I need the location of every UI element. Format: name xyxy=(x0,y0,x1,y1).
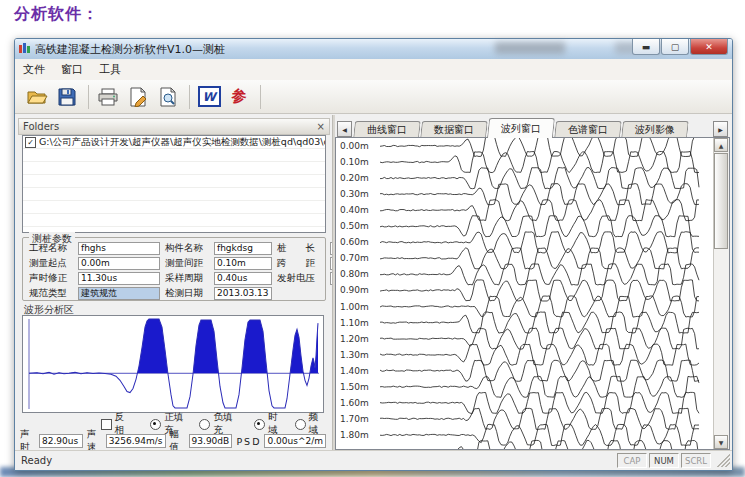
window-title: 高铁建混凝土检测分析软件V1.0—测桩 xyxy=(35,42,225,57)
export-button[interactable] xyxy=(124,84,152,110)
wavelist-trace xyxy=(380,264,699,285)
page-title: 分析软件： xyxy=(14,4,99,25)
param-value[interactable]: 建筑规范 xyxy=(78,287,160,300)
depth-label: 1.20m xyxy=(340,334,376,344)
waveform-positive-fill xyxy=(29,319,318,408)
print-preview-icon xyxy=(158,87,178,107)
wavelist-trace xyxy=(380,138,699,157)
depth-label: 0.60m xyxy=(340,237,376,247)
param-label: 桩 长 xyxy=(277,242,325,255)
toolbar-separator xyxy=(260,85,261,109)
folder-list[interactable]: ✓ G:\公司产品设计开发\超声仪器\超声仪实地检测数据\测桩qd\qd03\q… xyxy=(22,135,326,233)
resize-grip[interactable] xyxy=(717,454,730,467)
minimize-button[interactable]: ▬ xyxy=(632,39,660,55)
scroll-thumb[interactable] xyxy=(714,153,728,249)
psd-value[interactable]: 0.00us^2/m xyxy=(264,434,326,448)
menu-window[interactable]: 窗口 xyxy=(53,60,91,79)
pile-params-group: 测桩参数 工程名称fhghs构件名称fhgkdsg桩 长0.00m测量起点0.0… xyxy=(22,237,326,301)
depth-label: 1.40m xyxy=(340,366,376,376)
toolbar: W 参 xyxy=(15,80,732,114)
scroll-down-icon[interactable]: ▼ xyxy=(714,435,728,449)
depth-label: 0.10m xyxy=(340,157,376,167)
save-button[interactable] xyxy=(53,84,81,110)
param-value[interactable]: 2013.03.13 xyxy=(214,287,272,300)
folder-item[interactable]: ✓ G:\公司产品设计开发\超声仪器\超声仪实地检测数据\测桩qd\qd03\q… xyxy=(23,136,325,149)
app-window: 高铁建混凝土检测分析软件V1.0—测桩 ▬ ▢ ✕ 文件 窗口 工具 xyxy=(14,38,733,471)
folder-path: G:\公司产品设计开发\超声仪器\超声仪实地检测数据\测桩qd\qd03\qd0… xyxy=(39,136,325,149)
param-value[interactable]: 0.10m xyxy=(214,257,272,270)
left-panel: Folders × ✓ G:\公司产品设计开发\超声仪器\超声仪实地检测数据\测… xyxy=(18,115,332,450)
wavelist-trace xyxy=(380,360,699,381)
right-panel: ◀ 曲线窗口 数据窗口 波列窗口 色谱窗口 波列影像 ▶ 0.00m0.10m0… xyxy=(335,115,730,450)
word-export-button[interactable]: W xyxy=(195,84,223,110)
vertical-scrollbar[interactable]: ▲ ▼ xyxy=(713,138,729,449)
menu-file[interactable]: 文件 xyxy=(15,60,53,79)
folders-close-icon[interactable]: × xyxy=(317,121,325,132)
status-bar: Ready CAP NUM SCRL xyxy=(15,450,732,470)
depth-label: 0.90m xyxy=(340,285,376,295)
tab-wavelist-image[interactable]: 波列影像 xyxy=(621,121,689,138)
cap-indicator: CAP xyxy=(617,453,647,468)
depth-label: 1.70m xyxy=(340,414,376,424)
param-value[interactable]: fhghs xyxy=(78,242,160,255)
folders-title: Folders xyxy=(23,121,59,132)
depth-label: 0.30m xyxy=(340,189,376,199)
scrl-indicator: SCRL xyxy=(681,453,711,468)
tab-wavelist-window[interactable]: 波列窗口 xyxy=(487,118,555,138)
param-value[interactable]: 0.00m xyxy=(78,257,160,270)
wavelist-trace xyxy=(380,312,699,333)
wavelist-trace xyxy=(380,152,699,173)
wave-analysis-box[interactable] xyxy=(22,315,324,413)
param-value[interactable]: 0.40us xyxy=(214,272,272,285)
tab-data-window[interactable]: 数据窗口 xyxy=(420,121,488,138)
wavelist-trace xyxy=(380,328,699,349)
wavelist-area[interactable]: 0.00m0.10m0.20m0.30m0.40m0.50m0.60m0.70m… xyxy=(335,137,730,450)
title-bar[interactable]: 高铁建混凝土检测分析软件V1.0—测桩 ▬ ▢ ✕ xyxy=(15,39,732,59)
open-folder-icon xyxy=(26,87,48,107)
time-domain-radio[interactable] xyxy=(254,419,265,430)
sound-speed-value[interactable]: 3256.94m/s xyxy=(106,434,166,448)
depth-label: 0.80m xyxy=(340,269,376,279)
fill-negative-radio[interactable] xyxy=(199,419,210,430)
wavelist-trace xyxy=(380,424,699,445)
blur-smudge xyxy=(495,42,565,54)
reference-button[interactable]: 参 xyxy=(225,84,253,110)
param-label: 测量起点 xyxy=(29,257,73,270)
close-button[interactable]: ✕ xyxy=(690,39,728,55)
folder-checkbox[interactable]: ✓ xyxy=(25,137,36,148)
depth-label: 0.20m xyxy=(340,173,376,183)
tab-strip: ◀ 曲线窗口 数据窗口 波列窗口 色谱窗口 波列影像 ▶ xyxy=(335,117,730,138)
param-value[interactable]: 11.30us xyxy=(78,272,160,285)
wavelist-trace xyxy=(380,184,699,205)
printer-icon xyxy=(97,87,119,107)
freq-domain-radio[interactable] xyxy=(295,419,306,430)
tab-spectrum-window[interactable]: 色谱窗口 xyxy=(554,121,622,138)
menu-tools[interactable]: 工具 xyxy=(91,60,129,79)
param-label: 声时修正 xyxy=(29,272,73,285)
param-label: 发射电压 xyxy=(277,272,325,285)
sound-time-value[interactable]: 82.90us xyxy=(39,434,83,448)
param-value[interactable]: fhgkdsg xyxy=(214,242,272,255)
word-icon: W xyxy=(198,86,221,107)
print-button[interactable] xyxy=(94,84,122,110)
param-label: 构件名称 xyxy=(165,242,209,255)
scroll-up-icon[interactable]: ▲ xyxy=(714,138,728,152)
depth-label: 1.30m xyxy=(340,350,376,360)
param-label: 测量间距 xyxy=(165,257,209,270)
depth-label: 0.00m xyxy=(340,141,376,151)
preview-button[interactable] xyxy=(154,84,182,110)
maximize-button[interactable]: ▢ xyxy=(661,39,689,55)
amplitude-value[interactable]: 93.90dB xyxy=(189,434,233,448)
page-edit-icon xyxy=(128,87,148,107)
tab-scroll-left-icon[interactable]: ◀ xyxy=(337,121,352,137)
fill-positive-radio[interactable] xyxy=(150,419,161,430)
screen: 分析软件： 高铁建混凝土检测分析软件V1.0—测桩 ▬ ▢ ✕ 文件 窗口 工具 xyxy=(0,0,745,477)
depth-label: 0.70m xyxy=(340,253,376,263)
tab-scroll-right-icon[interactable]: ▶ xyxy=(713,121,728,137)
tab-curve-window[interactable]: 曲线窗口 xyxy=(353,121,421,138)
toolbar-separator xyxy=(189,85,190,109)
open-button[interactable] xyxy=(23,84,51,110)
wavelist-trace xyxy=(380,280,699,301)
param-label: 采样周期 xyxy=(165,272,209,285)
psd-label: PSD xyxy=(236,436,261,447)
